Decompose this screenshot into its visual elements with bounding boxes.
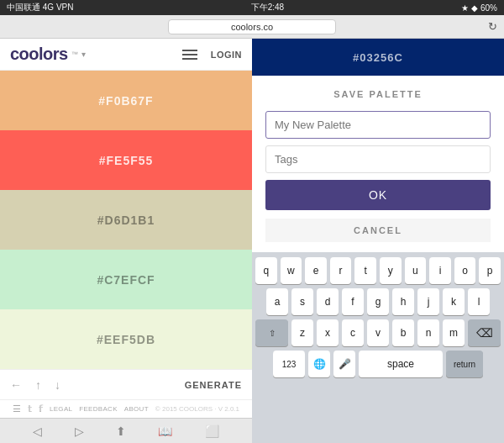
swatch-2[interactable]: #FE5F55 [0,130,252,190]
logo-tm: ™ [71,50,78,58]
key-w[interactable]: w [281,257,302,284]
login-button[interactable]: LOGIN [211,50,242,60]
palette-name-input[interactable] [265,111,491,139]
key-m[interactable]: m [443,319,465,346]
about-link[interactable]: ABOUT [124,405,149,413]
swatch-5[interactable]: #EEF5DB [0,309,252,369]
keyboard-row-2: a s d f g h j k l [255,288,501,315]
key-l[interactable]: l [468,288,490,315]
generate-button[interactable]: GENERATE [185,380,242,390]
swatch-4[interactable]: #C7EFCF [0,250,252,309]
dark-swatch: #03256C [252,39,504,76]
browser-url[interactable]: coolors.co [168,19,336,34]
swatch-1[interactable]: #F0B67F [0,71,252,130]
back-icon[interactable]: ← [10,378,22,392]
swatch-3[interactable]: #D6D1B1 [0,190,252,250]
download-icon[interactable]: ↓ [55,378,60,392]
status-bar: 中国联通 4G VPN 下午2:48 ★ ◆ 60% [0,0,504,15]
mic-key[interactable]: 🎤 [333,351,355,377]
key-z[interactable]: z [291,319,313,346]
key-e[interactable]: e [305,257,327,284]
color-swatches: #F0B67F #FE5F55 #D6D1B1 #C7EFCF #EEF5DB [0,71,252,369]
copyright-text: © 2015 COOLORS · V 2.0.1 [155,405,239,413]
browser-tabs-icon[interactable]: ⬜ [205,425,219,438]
footer: ☰ 𝕥 𝕗 LEGAL FEEDBACK ABOUT © 2015 COOLOR… [0,399,252,418]
refresh-icon[interactable]: ↻ [488,20,497,33]
key-j[interactable]: j [417,288,439,315]
browser-bookmarks-icon[interactable]: 📖 [158,425,172,438]
key-y[interactable]: y [380,257,402,284]
keyboard-bottom-row: 123 🌐 🎤 space return [255,351,501,377]
key-x[interactable]: x [317,319,339,346]
key-b[interactable]: b [392,319,414,346]
app-header: coolors™ ▾ LOGIN [0,39,252,71]
swatch-2-label: #FE5F55 [99,154,154,167]
key-q[interactable]: q [255,257,277,284]
save-palette-title: SAVE PALETTE [265,89,491,99]
cancel-button[interactable]: CANCEL [265,219,491,242]
key-t[interactable]: t [354,257,376,284]
carrier-label: 中国联通 4G VPN [7,2,73,13]
numbers-key[interactable]: 123 [273,351,305,377]
key-v[interactable]: v [367,319,389,346]
shift-key[interactable]: ⇧ [255,319,288,346]
logo-chevron-icon: ▾ [81,50,86,59]
swatch-5-label: #EEF5DB [97,333,155,346]
browser-share-icon[interactable]: ⬆ [116,425,126,438]
key-h[interactable]: h [392,288,414,315]
keyboard: q w e r t y u i o p a s d f g h j k [252,252,504,443]
key-c[interactable]: c [342,319,364,346]
toolbar-nav: ← ↑ ↓ [10,378,60,392]
key-u[interactable]: u [405,257,427,284]
logo-text: coolors [10,45,68,64]
twitter-icon: 𝕥 [28,403,32,414]
swatch-4-label: #C7EFCF [97,273,155,287]
return-key[interactable]: return [446,351,483,377]
key-k[interactable]: k [443,288,465,315]
key-r[interactable]: r [330,257,352,284]
header-right: LOGIN [182,50,242,60]
bottom-toolbar: ← ↑ ↓ GENERATE [0,369,252,399]
swatch-3-label: #D6D1B1 [97,214,155,227]
delete-key[interactable]: ⌫ [468,319,501,346]
browser-bottom-nav: ◁ ▷ ⬆ 📖 ⬜ [0,418,252,443]
time-label: 下午2:48 [251,2,284,13]
legal-link[interactable]: LEGAL [50,405,72,413]
space-key[interactable]: space [359,351,443,377]
key-i[interactable]: i [429,257,451,284]
ok-button[interactable]: OK [265,180,491,210]
key-s[interactable]: s [291,288,313,315]
left-panel: coolors™ ▾ LOGIN #F0B67F #FE5F55 #D6D1B1 [0,39,252,443]
browser-back-icon[interactable]: ◁ [33,425,42,438]
key-o[interactable]: o [454,257,476,284]
right-panel: #03256C SAVE PALETTE OK CANCEL q w e r t… [252,39,504,443]
key-g[interactable]: g [367,288,389,315]
keyboard-row-3: ⇧ z x c v b n m ⌫ [255,319,501,346]
browser-bar: coolors.co ↻ [0,15,504,39]
save-palette-panel: SAVE PALETTE OK CANCEL [252,76,504,252]
key-p[interactable]: p [479,257,501,284]
up-icon[interactable]: ↑ [35,378,41,392]
globe-key[interactable]: 🌐 [308,351,330,377]
logo: coolors™ ▾ [10,45,86,64]
swatch-1-label: #F0B67F [98,94,153,108]
facebook-icon: 𝕗 [39,403,43,414]
key-a[interactable]: a [266,288,288,315]
browser-forward-icon[interactable]: ▷ [75,425,84,438]
key-d[interactable]: d [317,288,339,315]
instagram-icon: ☰ [13,403,21,414]
key-f[interactable]: f [342,288,364,315]
keyboard-row-1: q w e r t y u i o p [255,257,501,284]
palette-tags-input[interactable] [265,145,491,173]
key-n[interactable]: n [417,319,439,346]
status-icons: ★ ◆ 60% [461,3,497,13]
feedback-link[interactable]: FEEDBACK [79,405,118,413]
dark-swatch-label: #03256C [353,51,403,64]
hamburger-menu-icon[interactable] [182,50,197,60]
main-content: coolors™ ▾ LOGIN #F0B67F #FE5F55 #D6D1B1 [0,39,504,443]
